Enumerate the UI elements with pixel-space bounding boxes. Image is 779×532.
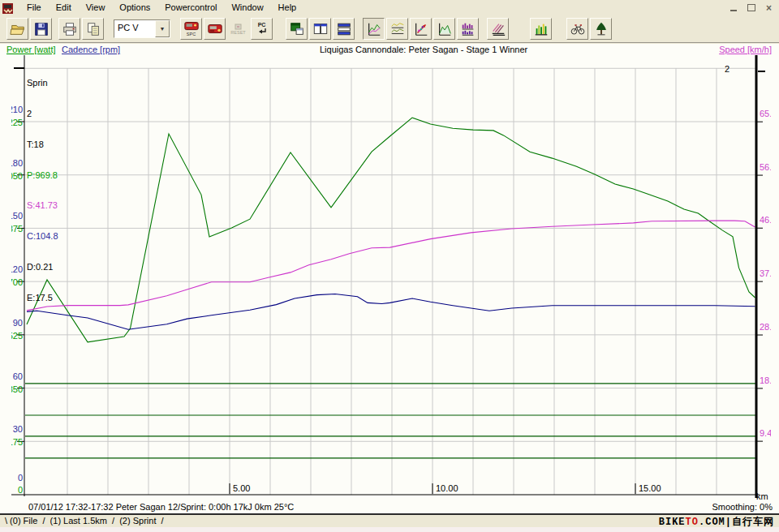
close-button[interactable]: ×: [764, 3, 774, 13]
menu-file[interactable]: File: [19, 1, 49, 15]
menu-options[interactable]: Options: [112, 1, 157, 15]
cadence-tick-label: 120: [11, 264, 23, 274]
tab-bar: \ (0) File / (1) Last 1.5km / (2) Sprint…: [0, 515, 779, 527]
pc-view-button[interactable]: PC: [251, 18, 273, 40]
app-icon: [2, 2, 15, 15]
copy-button[interactable]: [82, 18, 104, 40]
menu-edit[interactable]: Edit: [49, 1, 79, 15]
open-file-button[interactable]: [6, 18, 28, 40]
close-icon: ×: [766, 4, 772, 12]
stacked-charts-view-button[interactable]: [386, 18, 408, 40]
marker-power: P:969.8: [27, 170, 58, 181]
open-folder-icon: [10, 21, 26, 37]
cadence-tick-label: 150: [11, 211, 23, 221]
spc-label: SPC: [187, 32, 196, 36]
power-tick-label: 525: [11, 331, 23, 341]
split-horizontal-icon: [336, 21, 352, 37]
device-select[interactable]: PC V ▼: [114, 19, 170, 38]
power-zero-label: 0: [6, 485, 23, 495]
split-vertical-button[interactable]: [309, 18, 331, 40]
menu-window[interactable]: Window: [224, 1, 270, 15]
bar-chart-icon: [533, 21, 549, 37]
power-tick-label: 875: [11, 224, 23, 234]
pcv-label: PC: [258, 22, 266, 28]
speed-tick-label: 56.2: [760, 162, 771, 172]
save-button[interactable]: [30, 18, 52, 40]
speed-tick-label: 65.6: [760, 109, 771, 118]
restore-icon: [747, 4, 755, 11]
split-vertical-icon: [312, 21, 329, 37]
line-chart-view-button[interactable]: [363, 18, 385, 40]
menu-powercontrol[interactable]: Powercontrol: [157, 1, 224, 15]
marker-number: 2: [27, 109, 58, 119]
reset-button: RESET: [227, 18, 249, 40]
cascade-windows-button[interactable]: [286, 18, 308, 40]
x-tick-label: 5.00: [233, 483, 250, 493]
speed-tick-label: 37.5: [760, 268, 771, 278]
bike-setup-button[interactable]: [566, 18, 588, 40]
menu-view[interactable]: View: [79, 1, 113, 15]
toolbar: PC V ▼ SPC RESET PC: [0, 15, 779, 43]
chart-region: Power [watt] Cadence [rpm] Liquigas Cann…: [0, 44, 779, 501]
x-tick-label: 10.00: [436, 483, 458, 493]
cadence-axis-title[interactable]: Cadence [rpm]: [62, 45, 120, 54]
split-horizontal-button[interactable]: [333, 18, 355, 40]
tree-view-button[interactable]: [590, 18, 612, 40]
power-tick-label: 175: [11, 437, 23, 447]
cascade-windows-icon: [289, 21, 305, 37]
power-tick-label: 1050: [11, 171, 23, 181]
watermark-cn: |自行车网: [725, 517, 774, 528]
device-select-value: PC V: [114, 20, 155, 37]
speed-tick-label: 9.4: [760, 428, 771, 438]
application-window: { "window": { "menu": ["File","Edit","Vi…: [0, 0, 779, 532]
cadence-tick-label: 180: [11, 158, 23, 168]
print-button[interactable]: [58, 18, 80, 40]
window-controls: ×: [728, 3, 774, 13]
area-chart-icon: [437, 21, 453, 37]
watermark-to: TO: [686, 517, 699, 528]
speed-tick-label: 46.9: [760, 215, 771, 225]
area-chart-view-button[interactable]: [433, 18, 455, 40]
powercontrol-device2-icon: [207, 23, 223, 35]
x-tick-label: 15.00: [639, 483, 661, 493]
watermark-com: .COM: [699, 517, 725, 528]
right-marker-label: 2: [725, 64, 730, 74]
scatter-plot-icon: [413, 21, 429, 37]
cadence-tick-label: 90: [13, 318, 23, 328]
histogram-view-button[interactable]: [457, 18, 479, 40]
status-bar: 07/01/12 17:32-17:32 Peter Sagan 12/Spri…: [0, 501, 779, 515]
marker-time: T:18: [27, 139, 58, 150]
spc-download-button[interactable]: SPC: [180, 18, 202, 40]
device-select-arrow[interactable]: ▼: [155, 20, 170, 37]
surface-chart-view-button[interactable]: [487, 18, 509, 40]
menu-help[interactable]: Help: [271, 1, 304, 15]
bicycle-icon: [570, 21, 586, 37]
stacked-charts-icon: [390, 21, 406, 37]
minimize-button[interactable]: [728, 3, 738, 13]
scatter-view-button[interactable]: [410, 18, 432, 40]
status-summary: 07/01/12 17:32-17:32 Peter Sagan 12/Spri…: [28, 502, 294, 512]
powercontrol-device-icon: [183, 21, 200, 32]
cadence-tick-label: 30: [13, 424, 23, 434]
marker-energy: E:17.5: [27, 293, 58, 303]
cadence-zero-label: 0: [6, 473, 23, 483]
power-tick-label: 700: [11, 277, 23, 287]
cadence-tick-label: 60: [13, 371, 23, 381]
cadence-tick-label: 210: [11, 105, 23, 114]
bar-chart-view-button[interactable]: [530, 18, 552, 40]
speed-axis-title[interactable]: Speed [km/h]: [719, 45, 772, 54]
marker-name: Sprin: [27, 78, 58, 88]
marker-distance: D:0.21: [27, 262, 58, 272]
marker-tabs[interactable]: \ (0) File / (1) Last 1.5km / (2) Sprint…: [5, 516, 164, 526]
powercontrol-setup-button[interactable]: [204, 18, 226, 40]
power-axis-title[interactable]: Power [watt]: [6, 45, 56, 54]
histogram-icon: [460, 21, 476, 37]
surface-chart-icon: [490, 21, 506, 37]
chart-plot[interactable]: 2101801501209060301225105087570052535017…: [11, 55, 771, 500]
download-arrow-icon: [256, 28, 268, 36]
chevron-down-icon: ▼: [160, 26, 166, 32]
copy-pages-icon: [85, 21, 101, 37]
restore-button[interactable]: [746, 3, 756, 13]
floppy-disk-icon: [33, 21, 49, 37]
line-chart-icon: [366, 21, 382, 37]
